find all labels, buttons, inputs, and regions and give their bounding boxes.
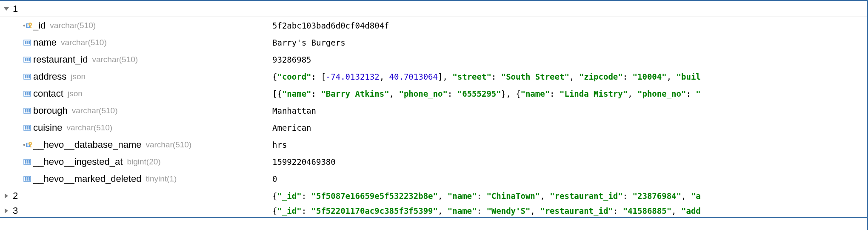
field-type: varchar(510) — [146, 140, 191, 150]
field-value[interactable]: Barry's Burgers — [272, 38, 867, 47]
svg-rect-25 — [25, 109, 26, 112]
row-number: 1 — [13, 3, 26, 14]
field-name: __hevo__marked_deleted — [33, 173, 141, 184]
field-value[interactable]: 1599220469380 — [272, 157, 867, 167]
svg-rect-17 — [25, 75, 26, 78]
field-row[interactable]: restaurant_id varchar(510) 93286985 — [0, 51, 867, 68]
svg-rect-34 — [27, 144, 28, 147]
svg-point-0 — [23, 25, 26, 27]
svg-point-37 — [30, 143, 31, 144]
svg-rect-29 — [25, 126, 26, 129]
chevron-down-icon — [4, 7, 9, 11]
field-value[interactable]: 5f2abc103bad6d0cf04d804f — [272, 21, 867, 30]
svg-rect-39 — [30, 147, 31, 147]
field-name: restaurant_id — [33, 54, 88, 65]
svg-rect-23 — [29, 92, 30, 95]
field-name: borough — [33, 105, 68, 116]
field-type: varchar(510) — [61, 38, 107, 47]
row-number: 3 — [13, 205, 26, 216]
svg-rect-30 — [27, 126, 28, 129]
svg-rect-11 — [29, 41, 30, 44]
expand-toggle[interactable] — [0, 193, 13, 198]
field-name: __hevo__database_name — [33, 139, 141, 150]
primary-key-icon — [21, 141, 33, 148]
svg-rect-31 — [29, 126, 30, 129]
field-type: json — [71, 72, 86, 81]
field-name: address — [33, 71, 66, 82]
field-value[interactable]: Manhattan — [272, 106, 867, 115]
primary-key-icon — [21, 22, 33, 29]
expand-toggle[interactable] — [0, 208, 13, 213]
field-value[interactable]: [{"name": "Barry Atkins", "phone_no": "6… — [272, 89, 867, 98]
field-row[interactable]: name varchar(510) Barry's Burgers — [0, 34, 867, 51]
field-value[interactable]: {"coord": [-74.0132132, 40.7013064], "st… — [272, 72, 867, 81]
field-name: cuisine — [33, 122, 62, 133]
field-type: tinyint(1) — [146, 174, 177, 184]
svg-rect-43 — [29, 160, 30, 164]
svg-rect-15 — [29, 58, 30, 61]
field-row[interactable]: borough varchar(510) Manhattan — [0, 102, 867, 119]
field-name: contact — [33, 88, 63, 99]
column-icon — [21, 159, 33, 165]
svg-point-32 — [23, 144, 26, 146]
row-summary-value[interactable]: {"_id": "5f5087e16659e5f532232b8e", "nam… — [272, 191, 867, 201]
column-icon — [21, 40, 33, 46]
column-icon — [21, 57, 33, 63]
expanded-fields: _id varchar(510) 5f2abc103bad6d0cf04d804… — [0, 17, 867, 187]
chevron-right-icon — [5, 208, 8, 213]
svg-rect-27 — [29, 109, 30, 112]
svg-rect-7 — [30, 27, 31, 28]
record-row-collapsed[interactable]: 3 {"_id": "5f52201170ac9c385f3f5399", "n… — [0, 204, 867, 218]
svg-rect-41 — [25, 160, 26, 164]
field-type: bigint(20) — [127, 157, 160, 167]
field-value[interactable]: 93286985 — [272, 55, 867, 64]
svg-rect-42 — [27, 160, 28, 164]
field-row[interactable]: __hevo__ingested_at bigint(20) 159922046… — [0, 153, 867, 170]
svg-rect-18 — [27, 75, 28, 78]
chevron-right-icon — [5, 193, 8, 198]
record-viewer: 1 _id varc — [0, 1, 867, 218]
svg-rect-13 — [25, 58, 26, 61]
svg-point-5 — [30, 24, 31, 25]
field-row[interactable]: contact json [{"name": "Barry Atkins", "… — [0, 85, 867, 102]
field-type: varchar(510) — [66, 123, 112, 132]
svg-rect-19 — [29, 75, 30, 78]
column-icon — [21, 91, 33, 97]
svg-rect-2 — [27, 24, 28, 27]
svg-rect-47 — [29, 177, 30, 181]
field-value[interactable]: 0 — [272, 174, 867, 184]
record-row-collapsed[interactable]: 2 {"_id": "5f5087e16659e5f532232b8e", "n… — [0, 187, 867, 204]
field-name: __hevo__ingested_at — [33, 156, 123, 167]
expand-toggle[interactable] — [0, 7, 13, 11]
column-icon — [21, 125, 33, 131]
field-row[interactable]: cuisine varchar(510) American — [0, 119, 867, 136]
field-value[interactable]: American — [272, 123, 867, 132]
svg-rect-9 — [25, 41, 26, 44]
column-icon — [21, 74, 33, 80]
field-value[interactable]: hrs — [272, 140, 867, 150]
column-icon — [21, 176, 33, 182]
field-row[interactable]: __hevo__database_name varchar(510) hrs — [0, 136, 867, 153]
svg-rect-46 — [27, 177, 28, 181]
svg-rect-22 — [27, 92, 28, 95]
field-type: json — [68, 89, 83, 98]
field-type: varchar(510) — [50, 21, 96, 30]
svg-rect-21 — [25, 92, 26, 95]
record-row-header[interactable]: 1 — [0, 1, 867, 17]
field-type: varchar(510) — [92, 55, 138, 64]
column-icon — [21, 108, 33, 114]
field-name: name — [33, 37, 57, 48]
field-name: _id — [33, 20, 46, 31]
svg-rect-26 — [27, 109, 28, 112]
svg-rect-14 — [27, 58, 28, 61]
field-row[interactable]: _id varchar(510) 5f2abc103bad6d0cf04d804… — [0, 17, 867, 34]
svg-rect-45 — [25, 177, 26, 181]
field-row[interactable]: address json {"coord": [-74.0132132, 40.… — [0, 68, 867, 85]
field-type: varchar(510) — [72, 106, 118, 115]
row-summary-value[interactable]: {"_id": "5f52201170ac9c385f3f5399", "nam… — [272, 206, 867, 216]
field-row[interactable]: __hevo__marked_deleted tinyint(1) 0 — [0, 170, 867, 187]
svg-rect-10 — [27, 41, 28, 44]
row-number: 2 — [13, 190, 26, 201]
